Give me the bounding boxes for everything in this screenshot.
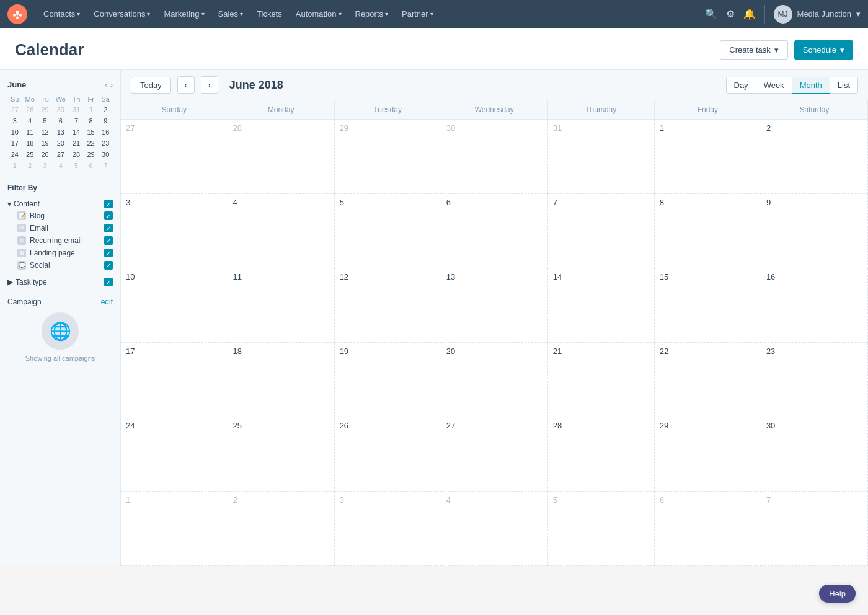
calendar-day-cell[interactable]: 13 [441,268,547,343]
user-menu[interactable]: MJ Media Junction ▾ [774,5,861,24]
filter-task-checkbox[interactable] [104,278,113,286]
nav-reports[interactable]: Reports ▾ [349,6,395,22]
mini-cal-day[interactable]: 27 [52,149,69,160]
calendar-day-cell[interactable]: 7 [547,194,654,268]
nav-contacts[interactable]: Contacts ▾ [37,6,86,22]
mini-cal-day[interactable]: 5 [69,160,84,171]
nav-sales[interactable]: Sales ▾ [212,6,250,22]
calendar-day-cell[interactable]: 17 [121,343,228,417]
mini-cal-day[interactable]: 29 [84,149,99,160]
next-month-button[interactable]: › [201,76,218,94]
mini-cal-day[interactable]: 30 [98,149,113,160]
calendar-day-cell[interactable]: 28 [228,120,334,194]
mini-cal-day[interactable]: 4 [52,160,69,171]
calendar-day-cell[interactable]: 4 [441,492,547,566]
mini-cal-day[interactable]: 2 [22,160,38,171]
calendar-day-cell[interactable]: 5 [547,492,654,566]
filter-item-checkbox[interactable] [104,224,113,232]
calendar-day-cell[interactable]: 2 [228,492,334,566]
calendar-day-cell[interactable]: 29 [334,120,441,194]
mini-cal-day[interactable]: 17 [7,138,22,149]
mini-cal-day[interactable]: 9 [98,115,113,126]
mini-cal-day[interactable]: 24 [7,149,22,160]
calendar-day-cell[interactable]: 4 [228,194,334,268]
calendar-day-cell[interactable]: 18 [228,343,334,417]
prev-month-button[interactable]: ‹ [177,76,195,94]
filter-item-checkbox[interactable] [104,249,113,257]
mini-cal-day[interactable]: 28 [69,149,84,160]
mini-cal-day[interactable]: 13 [52,126,69,138]
mini-cal-day[interactable]: 2 [98,104,113,115]
calendar-day-cell[interactable]: 25 [228,417,334,492]
filter-content-checkbox[interactable] [104,200,113,208]
mini-cal-day[interactable]: 27 [7,104,22,115]
create-task-button[interactable]: Create task ▾ [720,40,787,60]
filter-item-checkbox[interactable] [104,236,113,245]
calendar-day-cell[interactable]: 21 [547,343,654,417]
view-btn-list[interactable]: List [830,77,858,94]
mini-cal-day[interactable]: 20 [52,138,69,149]
mini-cal-day[interactable]: 29 [38,104,53,115]
mini-cal-day[interactable]: 4 [22,115,38,126]
mini-cal-day[interactable]: 7 [69,115,84,126]
search-icon[interactable]: 🔍 [705,8,717,20]
calendar-day-cell[interactable]: 6 [441,194,547,268]
filter-item-checkbox[interactable] [104,261,113,270]
calendar-day-cell[interactable]: 30 [761,417,867,492]
calendar-day-cell[interactable]: 10 [121,268,228,343]
calendar-day-cell[interactable]: 19 [334,343,441,417]
mini-cal-day[interactable]: 31 [69,104,84,115]
notifications-icon[interactable]: 🔔 [743,8,756,20]
mini-cal-day[interactable]: 8 [84,115,99,126]
view-btn-day[interactable]: Day [726,77,756,94]
mini-cal-day[interactable]: 12 [38,126,53,138]
mini-cal-day[interactable]: 6 [52,115,69,126]
mini-cal-prev[interactable]: ‹ [105,80,107,89]
mini-cal-day[interactable]: 7 [98,160,113,171]
mini-cal-next[interactable]: › [110,80,113,89]
calendar-day-cell[interactable]: 6 [654,492,761,566]
nav-partner[interactable]: Partner ▾ [396,6,440,22]
mini-cal-day[interactable]: 22 [84,138,99,149]
mini-cal-day[interactable]: 1 [84,104,99,115]
calendar-day-cell[interactable]: 16 [761,268,867,343]
calendar-day-cell[interactable]: 1 [121,492,228,566]
filter-item-checkbox[interactable] [104,211,113,220]
mini-cal-day[interactable]: 19 [38,138,53,149]
mini-cal-day[interactable]: 25 [22,149,38,160]
settings-icon[interactable]: ⚙ [726,8,735,20]
mini-cal-day[interactable]: 11 [22,126,38,138]
mini-cal-day[interactable]: 23 [98,138,113,149]
campaign-edit-link[interactable]: edit [101,298,113,306]
filter-content-header[interactable]: ▾ Content [7,198,113,210]
calendar-day-cell[interactable]: 1 [654,120,761,194]
calendar-day-cell[interactable]: 29 [654,417,761,492]
schedule-button[interactable]: Schedule ▾ [794,40,853,60]
calendar-day-cell[interactable]: 9 [761,194,867,268]
calendar-day-cell[interactable]: 20 [441,343,547,417]
mini-cal-day[interactable]: 3 [38,160,53,171]
calendar-day-cell[interactable]: 28 [547,417,654,492]
nav-automation[interactable]: Automation ▾ [290,6,348,22]
nav-conversations[interactable]: Conversations ▾ [87,6,156,22]
mini-cal-day[interactable]: 3 [7,115,22,126]
mini-cal-day[interactable]: 5 [38,115,53,126]
calendar-day-cell[interactable]: 31 [547,120,654,194]
nav-tickets[interactable]: Tickets [250,6,288,22]
view-btn-month[interactable]: Month [792,77,830,94]
calendar-day-cell[interactable]: 3 [334,492,441,566]
calendar-day-cell[interactable]: 24 [121,417,228,492]
calendar-day-cell[interactable]: 2 [761,120,867,194]
today-button[interactable]: Today [131,77,171,94]
calendar-day-cell[interactable]: 22 [654,343,761,417]
view-btn-week[interactable]: Week [756,77,792,94]
mini-cal-day[interactable]: 16 [98,126,113,138]
mini-cal-day[interactable]: 18 [22,138,38,149]
calendar-day-cell[interactable]: 15 [654,268,761,343]
mini-cal-day[interactable]: 21 [69,138,84,149]
filter-task-header[interactable]: ▶ Task type [7,277,113,288]
mini-cal-day[interactable]: 30 [52,104,69,115]
mini-cal-day[interactable]: 28 [22,104,38,115]
calendar-day-cell[interactable]: 30 [441,120,547,194]
calendar-day-cell[interactable]: 12 [334,268,441,343]
